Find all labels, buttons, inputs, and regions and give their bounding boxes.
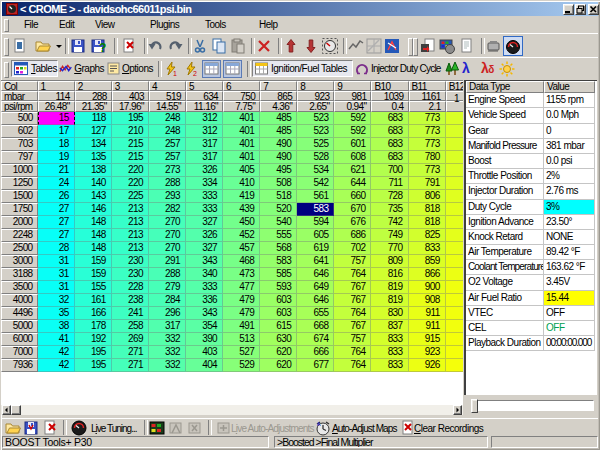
- svg-text:A: A: [317, 421, 321, 427]
- svg-text:?: ?: [99, 41, 106, 54]
- svg-text:2: 2: [193, 70, 197, 77]
- svg-text:1: 1: [173, 70, 177, 77]
